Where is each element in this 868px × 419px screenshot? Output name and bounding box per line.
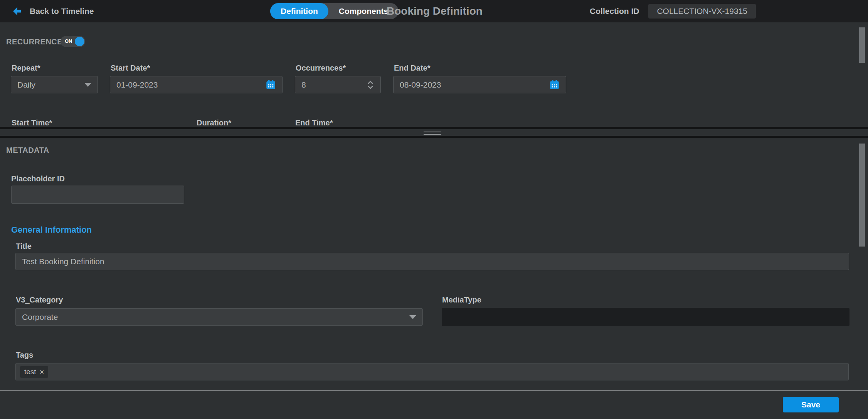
chevron-down-icon xyxy=(84,83,91,87)
general-information-heading[interactable]: General Information xyxy=(11,225,92,235)
save-button[interactable]: Save xyxy=(783,397,839,412)
tab-definition[interactable]: Definition xyxy=(270,3,328,19)
repeat-select[interactable]: Daily xyxy=(11,76,98,93)
bottom-pane-scrollbar-thumb[interactable] xyxy=(859,144,865,247)
repeat-label: Repeat* xyxy=(12,64,40,73)
repeat-value: Daily xyxy=(17,80,35,90)
occurrences-label: Occurrences* xyxy=(296,64,346,73)
recurrences-toggle[interactable]: ON xyxy=(61,36,85,47)
back-arrow-icon xyxy=(13,7,24,15)
media-type-field[interactable] xyxy=(442,308,849,326)
splitter-bottom-line xyxy=(0,136,868,138)
page-title: Booking Definition xyxy=(387,0,483,22)
chevron-down-icon xyxy=(409,315,416,319)
collection-id-label: Collection ID xyxy=(590,7,639,16)
toggle-knob-icon xyxy=(75,37,84,46)
end-date-input[interactable] xyxy=(400,80,549,90)
remove-tag-icon[interactable]: × xyxy=(40,368,44,376)
end-time-label: End Time* xyxy=(295,118,333,127)
media-type-label: MediaType xyxy=(442,296,481,304)
collection-id-value: COLLECTION-VX-19315 xyxy=(648,4,756,19)
placeholder-id-input[interactable] xyxy=(18,190,178,199)
tags-field[interactable]: test × xyxy=(15,363,849,380)
v3-category-value: Corporate xyxy=(22,313,58,322)
end-date-label: End Date* xyxy=(394,64,430,73)
back-to-timeline-button[interactable]: Back to Timeline xyxy=(13,0,94,22)
start-date-label: Start Date* xyxy=(111,64,150,73)
title-label: Title xyxy=(16,242,32,251)
splitter-grip-icon[interactable] xyxy=(424,132,441,135)
number-stepper-icon[interactable] xyxy=(367,80,374,90)
tag-chip-label: test xyxy=(24,368,36,376)
occurrences-field[interactable] xyxy=(295,76,381,93)
calendar-icon[interactable] xyxy=(266,79,276,90)
top-bar: Back to Timeline Definition Components B… xyxy=(0,0,868,22)
placeholder-id-field[interactable] xyxy=(11,186,184,204)
media-type-input[interactable] xyxy=(448,313,843,322)
title-field[interactable] xyxy=(15,253,849,270)
placeholder-id-label: Placeholder ID xyxy=(11,174,65,183)
tag-chip: test × xyxy=(20,366,48,378)
back-label: Back to Timeline xyxy=(30,7,94,16)
booking-definition-screen: Back to Timeline Definition Components B… xyxy=(0,0,868,419)
footer-bar: Save xyxy=(0,390,868,419)
v3-category-select[interactable]: Corporate xyxy=(15,308,423,326)
toggle-state-label: ON xyxy=(65,38,72,44)
calendar-icon[interactable] xyxy=(549,79,560,90)
collection-id-group: Collection ID COLLECTION-VX-19315 xyxy=(590,0,756,22)
v3-category-label: V3_Category xyxy=(16,296,63,304)
view-switcher: Definition Components xyxy=(270,3,399,19)
tags-label: Tags xyxy=(16,351,33,360)
metadata-section-label: METADATA xyxy=(6,146,49,155)
end-date-field[interactable] xyxy=(393,76,566,93)
title-input[interactable] xyxy=(22,257,843,266)
duration-label: Duration* xyxy=(197,118,231,127)
top-pane-scrollbar-thumb[interactable] xyxy=(859,27,865,63)
start-time-label: Start Time* xyxy=(12,118,52,127)
occurrences-input[interactable] xyxy=(301,80,367,90)
recurrences-section-label: RECURRENCES xyxy=(6,37,68,46)
start-date-field[interactable] xyxy=(110,76,283,93)
start-date-input[interactable] xyxy=(116,80,266,90)
